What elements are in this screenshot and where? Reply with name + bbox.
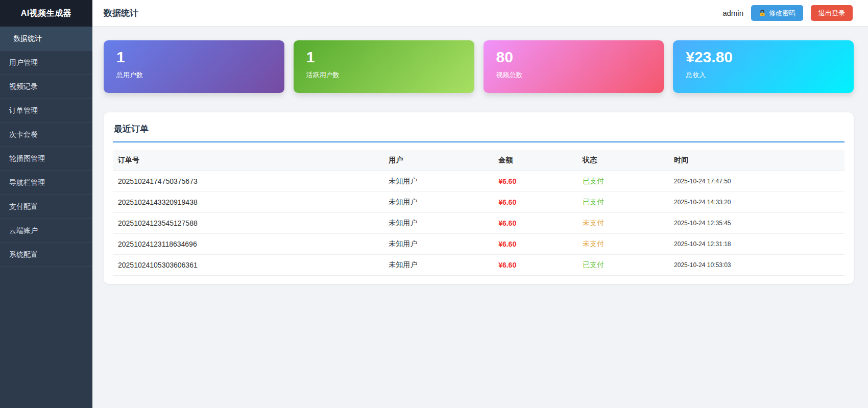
table-row: 20251024123545127588 未知用户 ¥6.60 未支付 2025…: [113, 213, 845, 234]
order-time-cell: 2025-10-24 14:33:20: [669, 192, 845, 213]
stat-cards: 1 总用户数 1 活跃用户数 80 视频总数 ¥23.80 总收入: [104, 40, 854, 93]
order-user-cell: 未知用户: [383, 213, 493, 234]
stat-card-label: 活跃用户数: [306, 70, 474, 80]
orders-table-head: 订单号用户金额状态时间: [113, 150, 845, 171]
change-password-label: 修改密码: [769, 9, 795, 18]
stat-card-value: 1: [116, 49, 284, 66]
topbar-right: admin 修改密码 退出登录: [722, 5, 853, 21]
orders-table: 订单号用户金额状态时间 20251024174750375673 未知用户 ¥6…: [113, 150, 845, 276]
sidebar-item[interactable]: 轮播图管理: [0, 147, 92, 171]
stat-card-value: 1: [306, 49, 474, 66]
orders-table-body: 20251024174750375673 未知用户 ¥6.60 已支付 2025…: [113, 171, 845, 276]
table-row: 20251024143320919438 未知用户 ¥6.60 已支付 2025…: [113, 192, 845, 213]
page-title: 数据统计: [104, 7, 138, 19]
sidebar-item[interactable]: 导航栏管理: [0, 171, 92, 195]
sidebar-item[interactable]: 系统配置: [0, 243, 92, 267]
sidebar-item-label: 次卡套餐: [9, 130, 38, 138]
order-amount-cell: ¥6.60: [493, 192, 577, 213]
order-status-cell: 已支付: [577, 255, 669, 276]
sidebar-item[interactable]: 支付配置: [0, 195, 92, 219]
sidebar-item[interactable]: 用户管理: [0, 51, 92, 75]
stat-card-label: 总收入: [686, 70, 854, 80]
stat-card: ¥23.80 总收入: [673, 40, 854, 93]
order-user-cell: 未知用户: [383, 255, 493, 276]
topbar: 数据统计 admin 修改密码 退出登录: [92, 0, 868, 27]
order-time-cell: 2025-10-24 12:31:18: [669, 234, 845, 255]
sidebar-item-label: 订单管理: [9, 106, 38, 114]
order-time-cell: 2025-10-24 12:35:45: [669, 213, 845, 234]
stat-card: 1 总用户数: [104, 40, 284, 93]
order-number-cell: 20251024105303606361: [113, 255, 383, 276]
sidebar-item[interactable]: 云端账户: [0, 219, 92, 243]
recent-orders-panel: 最近订单 订单号用户金额状态时间 20251024174750375673 未知…: [104, 112, 854, 284]
order-amount-cell: ¥6.60: [493, 255, 577, 276]
order-time-cell: 2025-10-24 10:53:03: [669, 255, 845, 276]
order-number-cell: 20251024123118634696: [113, 234, 383, 255]
orders-column-header: 状态: [577, 150, 669, 171]
order-time-cell: 2025-10-24 17:47:50: [669, 171, 845, 192]
sidebar-item-label: 云端账户: [9, 226, 38, 234]
orders-header-row: 订单号用户金额状态时间: [113, 150, 845, 171]
sidebar-item-label: 系统配置: [9, 250, 38, 258]
sidebar-item-label: 用户管理: [9, 58, 38, 66]
recent-orders-title: 最近订单: [113, 121, 845, 142]
order-user-cell: 未知用户: [383, 192, 493, 213]
stat-card: 80 视频总数: [484, 40, 664, 93]
orders-column-header: 时间: [669, 150, 845, 171]
order-user-cell: 未知用户: [383, 171, 493, 192]
sidebar-item[interactable]: 视频记录: [0, 75, 92, 99]
order-number-cell: 20251024143320919438: [113, 192, 383, 213]
stat-card-value: 80: [496, 49, 664, 66]
orders-column-header: 金额: [493, 150, 577, 171]
lock-icon: [759, 10, 766, 17]
username: admin: [722, 9, 743, 17]
order-number-cell: 20251024174750375673: [113, 171, 383, 192]
order-number-cell: 20251024123545127588: [113, 213, 383, 234]
sidebar-item[interactable]: 次卡套餐: [0, 123, 92, 147]
orders-column-header: 用户: [383, 150, 493, 171]
table-row: 20251024174750375673 未知用户 ¥6.60 已支付 2025…: [113, 171, 845, 192]
order-status-cell: 已支付: [577, 192, 669, 213]
table-row: 20251024105303606361 未知用户 ¥6.60 已支付 2025…: [113, 255, 845, 276]
stat-card-label: 视频总数: [496, 70, 664, 80]
logout-label: 退出登录: [818, 9, 845, 18]
logout-button[interactable]: 退出登录: [811, 5, 853, 21]
stat-card-value: ¥23.80: [686, 49, 854, 66]
sidebar-item-label: 轮播图管理: [9, 154, 45, 162]
sidebar-item-label: 视频记录: [9, 82, 38, 90]
sidebar-item-label: 导航栏管理: [9, 178, 45, 186]
sidebar-item[interactable]: 订单管理: [0, 99, 92, 123]
stat-card-label: 总用户数: [116, 70, 284, 80]
orders-column-header: 订单号: [113, 150, 383, 171]
order-status-cell: 未支付: [577, 213, 669, 234]
change-password-button[interactable]: 修改密码: [751, 5, 803, 21]
app-logo-title: AI视频生成器: [0, 0, 92, 27]
order-amount-cell: ¥6.60: [493, 171, 577, 192]
sidebar: AI视频生成器 数据统计 用户管理 视频记录 订单管理 次卡套餐 轮播图管理 导…: [0, 0, 92, 408]
order-amount-cell: ¥6.60: [493, 234, 577, 255]
sidebar-item-label: 支付配置: [9, 202, 38, 210]
sidebar-item-label: 数据统计: [13, 34, 42, 42]
sidebar-menu: 数据统计 用户管理 视频记录 订单管理 次卡套餐 轮播图管理 导航栏管理 支付配…: [0, 27, 92, 267]
table-row: 20251024123118634696 未知用户 ¥6.60 未支付 2025…: [113, 234, 845, 255]
stat-card: 1 活跃用户数: [294, 40, 474, 93]
sidebar-item[interactable]: 数据统计: [0, 27, 92, 51]
order-amount-cell: ¥6.60: [493, 213, 577, 234]
main-area: 数据统计 admin 修改密码 退出登录 1 总用户数: [92, 0, 868, 408]
order-status-cell: 已支付: [577, 171, 669, 192]
order-user-cell: 未知用户: [383, 234, 493, 255]
content: 1 总用户数 1 活跃用户数 80 视频总数 ¥23.80 总收入 最近订单 订…: [92, 27, 868, 408]
order-status-cell: 未支付: [577, 234, 669, 255]
